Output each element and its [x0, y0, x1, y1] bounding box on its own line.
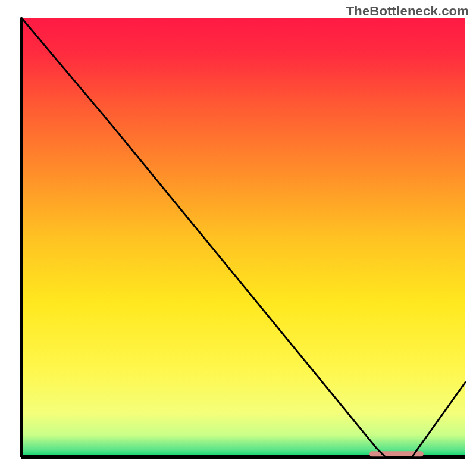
bottleneck-chart: [0, 0, 476, 476]
plot-background: [21, 18, 465, 457]
chart-container: TheBottleneck.com: [0, 0, 476, 476]
